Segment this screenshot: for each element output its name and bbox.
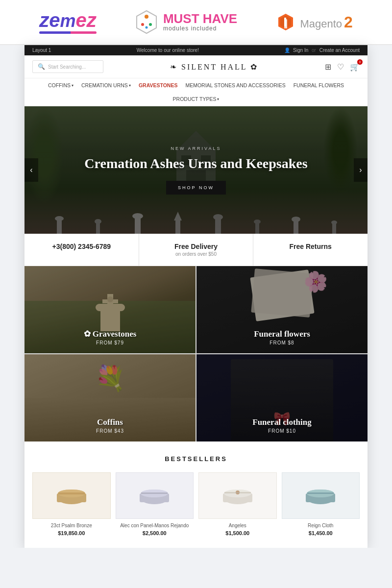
product-img-3 — [198, 472, 277, 519]
search-placeholder: Start Searching... — [48, 64, 86, 70]
hexagon-icon — [136, 10, 157, 34]
cat-gravestones-price: FROM $79 — [24, 340, 196, 345]
cat-flowers-name: Funeral flowers — [196, 329, 368, 339]
hero-content: NEW ARRIVALS Cremation Ashes Urns and Ke… — [24, 106, 368, 234]
nav-gravestones[interactable]: GRAVESTONES — [139, 82, 178, 88]
hero-tag: NEW ARRIVALS — [171, 146, 221, 151]
cat-coffins-price: FROM $43 — [24, 428, 196, 434]
nav-funeral-flowers[interactable]: FUNERAL FLOWERS — [294, 82, 344, 88]
svg-point-4 — [145, 26, 147, 29]
store-nav: COFFINS ▾ CREMATION URNS ▾ GRAVESTONES M… — [24, 78, 368, 106]
product-img-2 — [116, 472, 194, 519]
cat-clothing-name: Funeral clothing — [196, 417, 368, 427]
product-price-1: $19,850.00 — [32, 530, 111, 536]
compare-icon[interactable]: ⊞ — [325, 62, 331, 72]
svg-point-2 — [141, 23, 144, 26]
category-coffins[interactable]: 💐 Coffins FROM $43 — [24, 354, 196, 441]
svg-rect-51 — [224, 492, 251, 493]
product-card-1[interactable]: 23ct Psalm Bronze $19,850.00 — [32, 472, 111, 536]
product-card-2[interactable]: Alec con Panel-Manos Rejando $2,500.00 — [116, 472, 194, 536]
nav-memorial-stones[interactable]: MEMORIAL STONES AND ACCESSORIES — [185, 82, 285, 88]
products-grid: 23ct Psalm Bronze $19,850.00 Alec con Pa… — [32, 472, 360, 536]
product-card-3[interactable]: Angeles $1,500.00 — [198, 472, 277, 536]
nav-coffins[interactable]: COFFINS ▾ — [48, 82, 74, 88]
header-icons: ⊞ ♡ 🛒0 — [325, 62, 360, 72]
magento-icon — [276, 13, 295, 31]
welcome-message: Welcome to our online store! — [137, 48, 199, 53]
hero-title: Cremation Ashes Urns and Keepsakes — [84, 155, 307, 172]
product-card-4[interactable]: Reign Cloth $1,450.00 — [282, 472, 360, 536]
search-icon: 🔍 — [38, 63, 45, 70]
product-price-2: $2,500.00 — [116, 530, 194, 536]
product-name-4: Reign Cloth — [282, 523, 360, 528]
product-name-1: 23ct Psalm Bronze — [32, 523, 111, 528]
product-img-4 — [282, 472, 360, 519]
auth-links: 👤 Sign In or Create an Account — [284, 48, 360, 53]
svg-rect-40 — [58, 492, 85, 494]
product-name-2: Alec con Panel-Manos Rejando — [116, 523, 194, 528]
signin-link[interactable]: Sign In — [293, 48, 308, 53]
product-img-1 — [32, 472, 111, 519]
category-grid: ✿ Gravestones FROM $79 🌸 Funeral flowers… — [24, 266, 368, 441]
nav-cremation-urns[interactable]: CREMATION URNS ▾ — [81, 82, 131, 88]
svg-rect-56 — [307, 492, 334, 494]
info-delivery: Free Delivery on orders over $50 — [139, 234, 254, 266]
hero-next-arrow[interactable]: › — [354, 158, 368, 182]
svg-rect-45 — [141, 492, 168, 494]
store-header: 🔍 Start Searching... ❧ SILENT HALL ✿ ⊞ ♡… — [24, 55, 368, 78]
bestsellers-section: BESTSELLERS 23ct Psalm Bronze $19,850.00 — [24, 441, 368, 548]
cat-coffins-name: Coffins — [24, 417, 196, 427]
must-have-badge: MUST HAVE modules included — [136, 10, 237, 34]
wishlist-icon[interactable]: ♡ — [337, 62, 344, 72]
create-account-link[interactable]: Create an Account — [319, 48, 360, 53]
zemes-logo: zemez — [39, 10, 97, 34]
cat-flowers-price: FROM $8 — [196, 340, 368, 345]
info-bar: +3(800) 2345-6789 Free Delivery on order… — [24, 234, 368, 266]
category-flowers[interactable]: 🌸 Funeral flowers FROM $8 — [196, 266, 368, 353]
product-name-3: Angeles — [198, 523, 277, 528]
category-gravestones[interactable]: ✿ Gravestones FROM $79 — [24, 266, 196, 353]
magento-version: 2 — [344, 13, 353, 31]
hero-prev-arrow[interactable]: ‹ — [24, 158, 38, 182]
magento-label: Magento — [300, 18, 342, 30]
nav-product-types[interactable]: PRODUCT TYPES ▾ — [173, 96, 220, 102]
hero-cta-button[interactable]: SHOP NOW — [166, 181, 226, 195]
cart-icon[interactable]: 🛒0 — [350, 62, 360, 72]
store-topbar: Layout 1 Welcome to our online store! 👤 … — [24, 45, 368, 55]
magento-logo: Magento 2 — [276, 13, 352, 31]
category-clothing[interactable]: 🎀 Funeral clothing FROM $10 — [196, 354, 368, 441]
search-box[interactable]: 🔍 Start Searching... — [32, 60, 103, 73]
svg-marker-0 — [137, 11, 156, 33]
bestsellers-title: BESTSELLERS — [32, 455, 360, 463]
info-phone: +3(800) 2345-6789 — [24, 234, 139, 266]
cart-badge: 0 — [357, 59, 363, 65]
store-logo: ❧ SILENT HALL ✿ — [103, 62, 325, 72]
hero-section: NEW ARRIVALS Cremation Ashes Urns and Ke… — [24, 106, 368, 234]
layout-selector[interactable]: Layout 1 — [32, 48, 51, 53]
info-returns: Free Returns — [253, 234, 368, 266]
product-price-4: $1,450.00 — [282, 530, 360, 536]
cat-clothing-price: FROM $10 — [196, 428, 368, 434]
must-have-subtitle: modules included — [163, 25, 237, 32]
product-price-3: $1,500.00 — [198, 530, 277, 536]
cat-gravestones-name: ✿ Gravestones — [24, 329, 196, 339]
must-have-title: MUST HAVE — [163, 12, 237, 25]
svg-point-3 — [149, 23, 152, 26]
svg-point-1 — [145, 15, 148, 19]
